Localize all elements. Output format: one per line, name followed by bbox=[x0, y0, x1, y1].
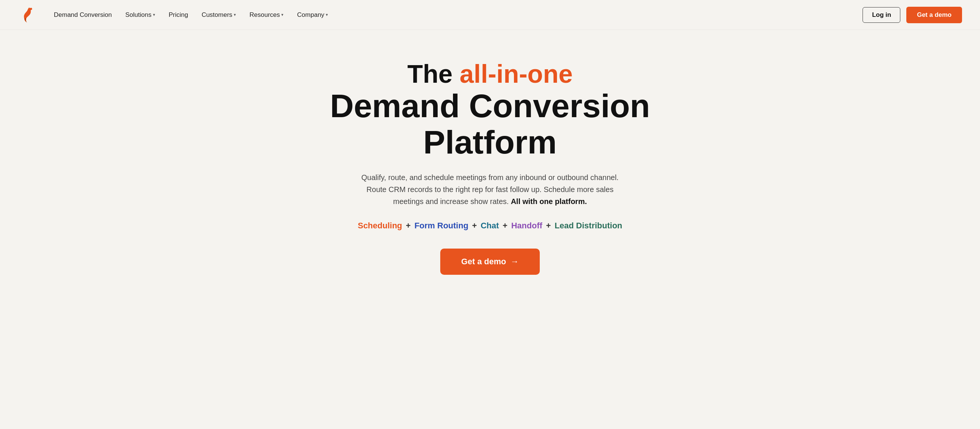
plus-4: + bbox=[546, 221, 551, 231]
hero-demo-button[interactable]: Get a demo → bbox=[440, 249, 540, 275]
chevron-down-icon: ▾ bbox=[281, 12, 283, 17]
plus-3: + bbox=[503, 221, 508, 231]
feature-lead-distribution: Lead Distribution bbox=[555, 221, 622, 231]
nav-resources[interactable]: Resources ▾ bbox=[250, 11, 283, 19]
nav-demand-conversion[interactable]: Demand Conversion bbox=[54, 11, 112, 19]
feature-chat: Chat bbox=[480, 221, 499, 231]
logo[interactable] bbox=[18, 6, 36, 24]
nav-actions: Log in Get a demo bbox=[862, 7, 962, 23]
feature-scheduling: Scheduling bbox=[358, 221, 402, 231]
chevron-down-icon: ▾ bbox=[234, 12, 236, 17]
nav-demo-button[interactable]: Get a demo bbox=[906, 7, 962, 23]
hero-title-accent: all-in-one bbox=[460, 59, 573, 88]
login-button[interactable]: Log in bbox=[862, 7, 900, 23]
nav-customers[interactable]: Customers ▾ bbox=[202, 11, 236, 19]
nav-company[interactable]: Company ▾ bbox=[297, 11, 328, 19]
plus-1: + bbox=[406, 221, 411, 231]
arrow-icon: → bbox=[511, 257, 519, 266]
nav-links: Demand Conversion Solutions ▾ Pricing Cu… bbox=[54, 11, 862, 19]
hero-subtitle-bold: All with one platform. bbox=[511, 197, 587, 206]
hero-subtitle: Qualify, route, and schedule meetings fr… bbox=[359, 171, 621, 207]
navbar: Demand Conversion Solutions ▾ Pricing Cu… bbox=[0, 0, 980, 30]
hero-section: The all-in-one Demand Conversion Platfor… bbox=[0, 30, 980, 297]
hero-features: Scheduling + Form Routing + Chat + Hando… bbox=[358, 221, 622, 231]
hero-title-prefix: The bbox=[407, 59, 460, 88]
nav-solutions[interactable]: Solutions ▾ bbox=[125, 11, 155, 19]
chevron-down-icon: ▾ bbox=[153, 12, 155, 17]
nav-pricing[interactable]: Pricing bbox=[169, 11, 188, 19]
feature-form-routing: Form Routing bbox=[414, 221, 468, 231]
plus-2: + bbox=[472, 221, 477, 231]
hero-title: The all-in-one Demand Conversion Platfor… bbox=[284, 60, 696, 160]
hero-title-main: Demand Conversion Platform bbox=[284, 88, 696, 161]
feature-handoff: Handoff bbox=[511, 221, 542, 231]
chevron-down-icon: ▾ bbox=[326, 12, 328, 17]
